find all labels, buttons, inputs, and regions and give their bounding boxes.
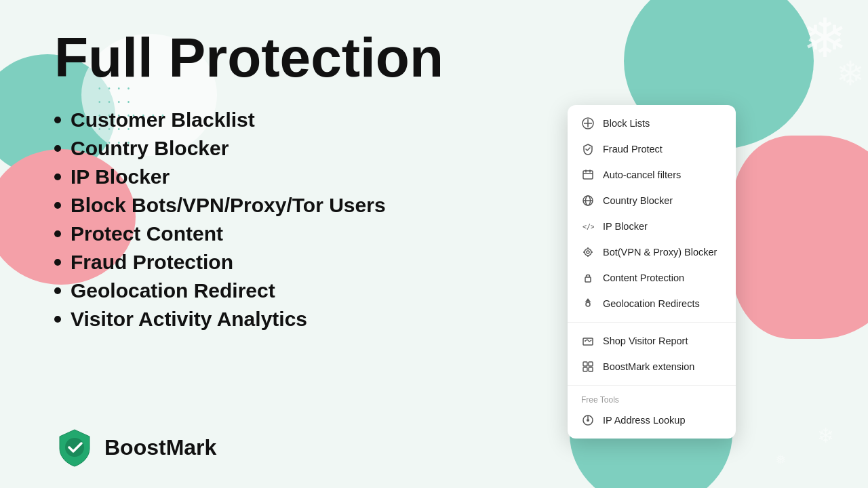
- feature-list-item: IP Blocker: [54, 165, 868, 188]
- extension-icon: [581, 360, 595, 373]
- auto-cancel-icon: [581, 168, 595, 182]
- menu-item-fraud-protect[interactable]: Fraud Protect: [568, 136, 736, 162]
- feature-list-item: Geolocation Redirect: [54, 279, 868, 302]
- block-lists-icon: [581, 117, 595, 130]
- feature-list-item: Visitor Activity Analytics: [54, 308, 868, 331]
- menu-item-geolocation-redirects-label: Geolocation Redirects: [603, 298, 700, 309]
- menu-divider-1: [568, 322, 736, 323]
- ip-lookup-icon: [581, 413, 595, 427]
- svg-point-13: [587, 251, 589, 253]
- bot-blocker-icon: [581, 245, 595, 259]
- svg-rect-18: [585, 277, 591, 282]
- snowflake-decoration-4: ❅: [775, 451, 787, 468]
- ip-blocker-icon: </>: [581, 220, 595, 233]
- menu-item-block-lists-label: Block Lists: [603, 118, 650, 129]
- svg-point-19: [586, 302, 590, 306]
- menu-item-ip-blocker-label: IP Blocker: [603, 221, 648, 232]
- menu-item-shop-visitor-report[interactable]: Shop Visitor Report: [568, 328, 736, 354]
- snowflake-decoration-3: ❄: [817, 424, 834, 447]
- menu-item-auto-cancel[interactable]: Auto-cancel filters: [568, 162, 736, 188]
- feature-list-item: Protect Content: [54, 222, 868, 245]
- geolocation-icon: [581, 297, 595, 310]
- fraud-protect-icon: [581, 142, 595, 156]
- menu-item-content-protection-label: Content Protection: [603, 272, 684, 283]
- feature-list-item: Customer Blacklist: [54, 108, 868, 131]
- menu-item-bot-blocker[interactable]: Bot(VPN & Proxy) Blocker: [568, 239, 736, 265]
- svg-rect-24: [583, 367, 587, 371]
- menu-item-ip-blocker[interactable]: </> IP Blocker: [568, 214, 736, 239]
- feature-list-item: Block Bots/VPN/Proxy/Tor Users: [54, 194, 868, 217]
- logo-text: BoostMark: [104, 435, 216, 460]
- menu-divider-2: [568, 385, 736, 386]
- dropdown-menu: Block Lists Fraud Protect Auto-cancel fi…: [568, 105, 736, 439]
- menu-item-block-lists[interactable]: Block Lists: [568, 110, 736, 136]
- svg-rect-22: [583, 362, 587, 366]
- svg-point-21: [585, 340, 586, 342]
- menu-item-bot-blocker-label: Bot(VPN & Proxy) Blocker: [603, 247, 717, 258]
- logo-icon: [54, 427, 95, 468]
- main-content: Full Protection Customer BlacklistCountr…: [0, 0, 868, 331]
- country-blocker-icon: [581, 194, 595, 207]
- menu-section-label-free-tools: Free Tools: [568, 391, 736, 407]
- page-title: Full Protection: [54, 27, 868, 88]
- svg-point-27: [587, 419, 589, 422]
- menu-item-geolocation-redirects[interactable]: Geolocation Redirects: [568, 291, 736, 317]
- menu-item-boostmark-extension[interactable]: BoostMark extension: [568, 354, 736, 380]
- svg-text:</>: </>: [583, 223, 594, 230]
- content-protection-icon: [581, 271, 595, 285]
- svg-rect-4: [583, 171, 593, 179]
- svg-rect-23: [589, 362, 593, 366]
- menu-item-content-protection[interactable]: Content Protection: [568, 265, 736, 291]
- svg-rect-25: [589, 367, 593, 371]
- menu-item-country-blocker-label: Country Blocker: [603, 195, 673, 206]
- logo-area: BoostMark: [54, 427, 216, 468]
- menu-item-ip-address-lookup-label: IP Address Lookup: [603, 415, 685, 426]
- feature-list-item: Fraud Protection: [54, 251, 868, 274]
- feature-list-item: Country Blocker: [54, 137, 868, 160]
- svg-rect-20: [583, 338, 593, 345]
- svg-point-12: [585, 249, 591, 256]
- svg-point-0: [65, 438, 84, 457]
- features-list: Customer BlacklistCountry BlockerIP Bloc…: [54, 108, 868, 331]
- menu-item-fraud-protect-label: Fraud Protect: [603, 144, 663, 155]
- menu-item-auto-cancel-label: Auto-cancel filters: [603, 169, 681, 180]
- menu-item-country-blocker[interactable]: Country Blocker: [568, 188, 736, 214]
- shop-report-icon: [581, 334, 595, 348]
- menu-item-boostmark-extension-label: BoostMark extension: [603, 361, 694, 372]
- menu-item-shop-visitor-label: Shop Visitor Report: [603, 336, 688, 346]
- menu-item-ip-address-lookup[interactable]: IP Address Lookup: [568, 407, 736, 433]
